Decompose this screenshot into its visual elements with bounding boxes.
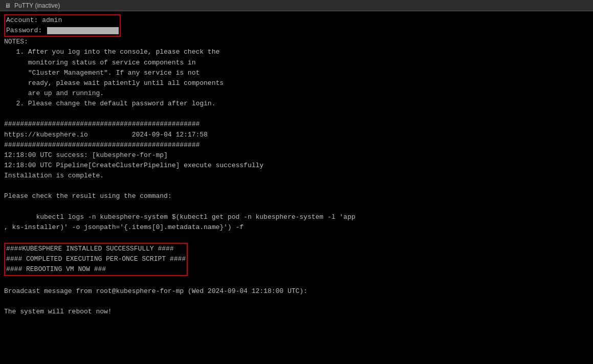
kubectl-cmd: kubectl logs -n kubesphere-system $(kube… — [4, 212, 589, 222]
title-bar: 🖥 PuTTY (inactive) — [0, 0, 593, 11]
blank3 — [4, 202, 589, 212]
note1-c: "Cluster Management". If any service is … — [4, 68, 589, 78]
hash1: ########################################… — [4, 119, 589, 129]
reboot: The system will reboot now! — [4, 307, 589, 317]
install-complete: Installation is complete. — [4, 171, 589, 181]
account-line: Account: admin — [6, 15, 119, 26]
blank6 — [4, 297, 589, 307]
blank2 — [4, 181, 589, 191]
note1-d: ready, please wait patiently until all c… — [4, 78, 589, 88]
notes-header: NOTES: — [4, 37, 589, 47]
success-box: ####KUBESPHERE INSTALLED SUCCESSFULLY ##… — [4, 243, 188, 276]
note1-e: are up and running. — [4, 88, 589, 99]
password-line: Password: — [6, 26, 119, 36]
putty-icon: 🖥 — [4, 2, 11, 9]
url-line: https://kubesphere.io 2024-09-04 12:17:5… — [4, 130, 589, 140]
check-result: Please check the result using the comman… — [4, 191, 589, 201]
note1-b: monitoring status of service components … — [4, 58, 589, 68]
broadcast: Broadcast message from root@kubesphere-f… — [4, 286, 589, 297]
success2: 12:18:00 UTC Pipeline[CreateClusterPipel… — [4, 161, 589, 171]
success1: 12:18:00 UTC success: [kubesphere-for-mp… — [4, 150, 589, 161]
note2: 2. Please change the default password af… — [4, 99, 589, 109]
password-field[interactable] — [47, 27, 119, 34]
blank1 — [4, 109, 589, 119]
window-title: PuTTY (inactive) — [14, 2, 60, 9]
note1-a: 1. After you log into the console, pleas… — [4, 47, 589, 57]
installed2: #### COMPLETED EXECUTING PER-ONCE SCRIPT… — [6, 254, 186, 264]
blank4 — [4, 233, 589, 243]
blank5 — [4, 276, 589, 286]
hash2: ########################################… — [4, 140, 589, 150]
terminal-body: Account: admin Password: NOTES: 1. After… — [0, 11, 593, 364]
account-highlighted-block: Account: admin Password: — [4, 14, 121, 37]
kubectl-cmd2: , ks-installer)' -o jsonpath='{.items[0]… — [4, 222, 589, 233]
installed1: ####KUBESPHERE INSTALLED SUCCESSFULLY ##… — [6, 244, 186, 254]
installed3: #### REBOOTING VM NOW ### — [6, 264, 186, 275]
